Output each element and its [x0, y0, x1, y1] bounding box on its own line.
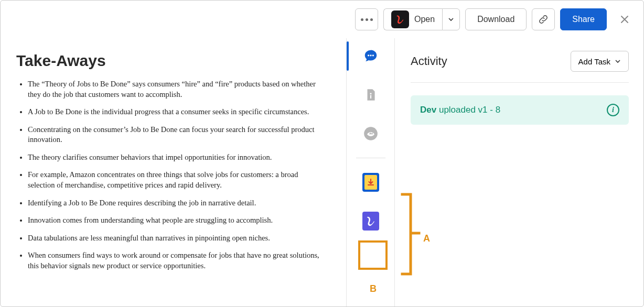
download-button[interactable]: Download: [465, 8, 527, 30]
comment-icon: [363, 48, 379, 64]
svg-rect-4: [370, 95, 371, 99]
tab-activity[interactable]: [362, 48, 379, 64]
activity-panel: Activity Add Task Dev uploaded v1 - 8 i: [395, 38, 643, 306]
activity-event-action: uploaded v1 - 8: [439, 105, 500, 115]
list-item: A Job to Be Done is the individual progr…: [28, 107, 321, 117]
add-task-label: Add Task: [578, 57, 610, 66]
list-item: The “Theory of Jobs to Be Done” says con…: [28, 79, 321, 100]
download-label: Download: [477, 15, 514, 24]
annotation-highlight-b: [358, 240, 388, 270]
annotation-bracket-a: [399, 192, 431, 281]
list-item: Concentrating on the consumer’s Job to B…: [28, 125, 321, 145]
add-task-button[interactable]: Add Task: [571, 51, 629, 72]
tab-metadata[interactable]: [362, 125, 379, 142]
svg-point-2: [372, 54, 373, 56]
list-item: The theory clarifies consumer behaviors …: [28, 152, 321, 163]
close-icon: [619, 14, 630, 25]
document-title: Take-Aways: [16, 49, 330, 70]
document-pane: Take-Aways The “Theory of Jobs to Be Don…: [1, 38, 347, 306]
svg-point-1: [370, 54, 371, 56]
file-info-icon: [364, 88, 378, 102]
caret-down-icon: [615, 58, 621, 64]
tab-app-download[interactable]: [362, 174, 379, 191]
top-toolbar: Open Download Share: [1, 1, 643, 38]
svg-point-0: [368, 54, 369, 56]
adobe-pdf-icon: [391, 10, 409, 28]
more-options-button[interactable]: [355, 8, 378, 30]
activity-info-button[interactable]: i: [607, 104, 619, 116]
list-item: When consumers find ways to work around …: [28, 250, 321, 271]
open-label: Open: [414, 15, 435, 24]
copy-link-button[interactable]: [532, 8, 555, 30]
document-bullet-list: The “Theory of Jobs to Be Done” says con…: [16, 79, 330, 271]
activity-title: Activity: [411, 54, 447, 68]
open-button[interactable]: Open: [383, 8, 442, 30]
app-adobe-icon: [362, 212, 379, 231]
activity-event-text: Dev uploaded v1 - 8: [420, 105, 500, 115]
list-item: For example, Amazon concentrates on thre…: [28, 170, 321, 190]
open-dropdown-button[interactable]: [442, 8, 460, 30]
share-label: Share: [572, 15, 595, 24]
app-download-icon: [362, 173, 379, 192]
svg-point-3: [370, 93, 371, 94]
metadata-icon: [363, 126, 378, 141]
more-icon: [361, 18, 373, 21]
close-button[interactable]: [617, 12, 632, 27]
activity-event: Dev uploaded v1 - 8 i: [411, 95, 629, 125]
activity-event-user: Dev: [420, 105, 436, 115]
link-icon: [538, 14, 549, 25]
caret-down-icon: [448, 16, 454, 23]
tab-info[interactable]: [362, 86, 379, 103]
share-button[interactable]: Share: [560, 8, 607, 30]
tab-app-adobe[interactable]: [362, 213, 379, 229]
tab-separator: [356, 158, 385, 158]
list-item: Innovation comes from understanding what…: [28, 215, 321, 226]
list-item: Identifying a Job to Be Done requires de…: [28, 198, 321, 209]
list-item: Data tabulations are less meaningful tha…: [28, 233, 321, 244]
